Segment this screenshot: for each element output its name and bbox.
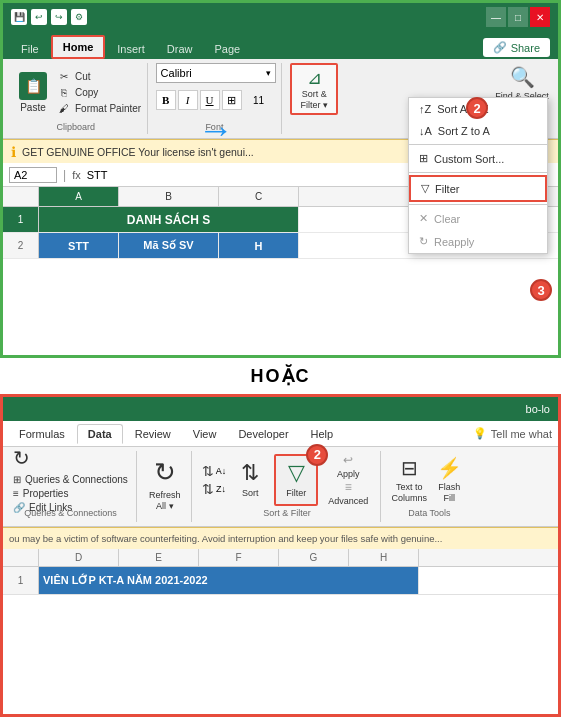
advanced-button[interactable]: ≡ Advanced: [324, 481, 372, 505]
clipboard-content: 📋 Paste ✂ Cut ⎘ Copy 🖌 Format Painter: [13, 63, 141, 122]
custom-sort-icon: ⊞: [419, 152, 428, 165]
formula-separator: |: [63, 168, 66, 182]
apply-advanced-area: ↩ Apply ≡ Advanced: [324, 454, 372, 505]
redo-icon[interactable]: ↪: [51, 9, 67, 25]
formula-value: STT: [87, 169, 108, 181]
col-f-header: F: [199, 549, 279, 566]
tab-file[interactable]: File: [11, 39, 49, 59]
border-button[interactable]: ⊞: [222, 90, 242, 110]
advanced-label: Advanced: [328, 496, 368, 507]
tab-home[interactable]: Home: [51, 35, 106, 59]
cut-button[interactable]: ✂ Cut: [57, 70, 141, 84]
sort-filter-label: Sort &Filter ▾: [300, 89, 328, 111]
row-2-cell-b[interactable]: Mã Số SV: [119, 233, 219, 258]
col-e-header: E: [119, 549, 199, 566]
filter-label: Filter: [435, 183, 459, 195]
sort-label: Sort: [242, 488, 259, 499]
bottom-row-1-cell-d[interactable]: VIÊN LỚP KT-A NĂM 2021-2022: [39, 567, 419, 594]
tab-draw[interactable]: Draw: [157, 39, 203, 59]
row-2-cell-a[interactable]: STT: [39, 233, 119, 258]
minimize-button[interactable]: —: [486, 7, 506, 27]
tab-formulas[interactable]: Formulas: [9, 425, 75, 443]
col-a-header: A: [39, 187, 119, 206]
maximize-button[interactable]: □: [508, 7, 528, 27]
tab-developer[interactable]: Developer: [228, 425, 298, 443]
tell-me-area[interactable]: 💡 Tell me what: [473, 427, 552, 440]
reapply-item[interactable]: ↻ Reapply: [409, 230, 547, 253]
queries-connections-item[interactable]: ⊞ Queries & Connections: [13, 474, 128, 485]
save-icon[interactable]: 💾: [11, 9, 27, 25]
bottom-ribbon-tabs: Formulas Data Review View Developer Help…: [3, 421, 558, 447]
hoac-divider: HOẶC: [0, 358, 561, 394]
sort-az-button[interactable]: ⇅ A↓: [202, 463, 227, 479]
font-name-value: Calibri: [161, 67, 192, 79]
tell-me-text: Tell me what: [491, 428, 552, 440]
row-2-num: 2: [3, 233, 39, 258]
sort-za-icon: ↓A: [419, 125, 432, 137]
misc-icon[interactable]: ⚙: [71, 9, 87, 25]
table-icon: ⊞: [13, 474, 21, 485]
flash-fill-button[interactable]: ⚡ FlashFill: [431, 454, 467, 506]
properties-item[interactable]: ≡ Properties: [13, 488, 128, 499]
bottom-row-1-num: 1: [3, 567, 39, 594]
refresh-icon: ↻: [13, 446, 30, 470]
cell-reference[interactable]: [9, 167, 57, 183]
custom-sort-item[interactable]: ⊞ Custom Sort...: [409, 147, 547, 170]
tab-help[interactable]: Help: [301, 425, 344, 443]
font-format-row: B I U ⊞ 11: [156, 90, 274, 110]
properties-label: Properties: [23, 488, 69, 499]
sort-button[interactable]: ⇅ Sort: [232, 454, 268, 506]
share-icon: 🔗: [493, 41, 507, 54]
row-2-cell-c[interactable]: H: [219, 233, 299, 258]
sort-filter-button[interactable]: ⊿ Sort &Filter ▾: [290, 63, 338, 115]
badge-2: 2: [466, 97, 488, 119]
clear-divider: [409, 204, 547, 205]
share-button[interactable]: 🔗 Share: [483, 38, 550, 57]
refresh-all-icon: ↻: [154, 457, 176, 488]
font-size-field[interactable]: 11: [244, 95, 274, 106]
italic-button[interactable]: I: [178, 90, 198, 110]
info-icon: ℹ: [11, 144, 16, 160]
refresh-all-btn[interactable]: ↻ RefreshAll ▾: [147, 459, 183, 511]
apply-button[interactable]: ↩ Apply: [324, 454, 372, 478]
clear-label: Clear: [434, 213, 460, 225]
scissors-icon: ✂: [57, 70, 71, 84]
fx-label: fx: [72, 169, 81, 181]
sort-filter-icon: ⊿: [307, 67, 322, 89]
badge-3: 3: [530, 279, 552, 301]
bottom-row-num-header: [3, 549, 39, 566]
filter-divider: [409, 172, 547, 173]
copy-label: Copy: [75, 87, 98, 98]
paste-button[interactable]: 📋 Paste: [13, 67, 53, 119]
bold-button[interactable]: B: [156, 90, 176, 110]
row-1-cell-a[interactable]: DANH SÁCH S: [39, 207, 299, 232]
sort-az-arrow: ⇅: [202, 463, 214, 479]
refresh-all-button[interactable]: ↻ ⊞ Queries & Connections ≡ Properties 🔗: [13, 454, 128, 506]
sort-az-buttons: ⇅ A↓ ⇅ Z↓: [202, 463, 227, 497]
clear-item[interactable]: ✕ Clear: [409, 207, 547, 230]
text-to-content: ⊟ Text toColumns ⚡ FlashFill: [391, 451, 467, 508]
sort-divider: [409, 144, 547, 145]
undo-icon[interactable]: ↩: [31, 9, 47, 25]
hoac-text: HOẶC: [251, 365, 311, 387]
font-name-field[interactable]: Calibri ▾: [156, 63, 276, 83]
copy-button[interactable]: ⎘ Copy: [57, 86, 141, 100]
close-button[interactable]: ✕: [530, 7, 550, 27]
format-painter-button[interactable]: 🖌 Format Painter: [57, 102, 141, 116]
underline-button[interactable]: U: [200, 90, 220, 110]
sort-dropdown-menu: ↑Z Sort A to Z ↓A Sort Z to A ⊞ Custom S…: [408, 97, 548, 254]
sort-za-button[interactable]: ⇅ Z↓: [202, 481, 226, 497]
font-size-value: 11: [253, 95, 264, 106]
tab-view[interactable]: View: [183, 425, 227, 443]
col-c-header: C: [219, 187, 299, 206]
cut-label: Cut: [75, 71, 91, 82]
filter-item[interactable]: ▽ Filter: [409, 175, 547, 202]
top-ribbon-tabs: File Home Insert Draw Page 🔗 Share: [3, 31, 558, 59]
tab-data[interactable]: Data: [77, 424, 123, 444]
tab-page[interactable]: Page: [204, 39, 250, 59]
filter-badge-2: 2: [306, 444, 328, 466]
tab-review[interactable]: Review: [125, 425, 181, 443]
text-to-columns-button[interactable]: ⊟ Text toColumns: [391, 454, 427, 506]
sort-za-item[interactable]: ↓A Sort Z to A: [409, 120, 547, 142]
tab-insert[interactable]: Insert: [107, 39, 155, 59]
